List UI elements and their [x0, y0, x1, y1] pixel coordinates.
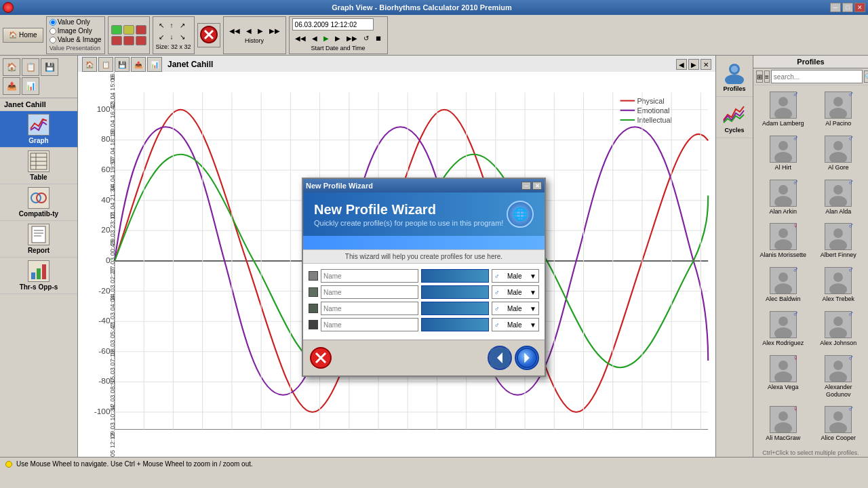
- svg-point-109: [833, 141, 843, 150]
- profiles-view-list[interactable]: ≡: [764, 70, 770, 83]
- value-only-radio[interactable]: Value Only: [50, 18, 102, 26]
- profiles-view-grid[interactable]: ⊞: [756, 70, 763, 83]
- dt-end[interactable]: ⏹: [372, 33, 384, 43]
- tool-3[interactable]: 💾: [41, 58, 58, 76]
- dt-back1[interactable]: ◀: [309, 33, 320, 43]
- tool-2[interactable]: 📋: [22, 58, 39, 76]
- name-input-3[interactable]: [321, 318, 418, 331]
- profile-card-5[interactable]: ♂ Alan Alda: [812, 176, 866, 219]
- tool-4[interactable]: 📤: [3, 77, 20, 95]
- dt-fwd2[interactable]: ▶▶: [344, 33, 360, 43]
- clear-button[interactable]: [197, 23, 220, 47]
- arrow-down-right[interactable]: ↘: [177, 32, 188, 42]
- date-input-0[interactable]: [421, 269, 489, 283]
- sidebar-item-thrs[interactable]: Thr-s Opp-s: [0, 258, 77, 294]
- red-btn-2[interactable]: [123, 36, 134, 45]
- dialog-cancel-button[interactable]: [309, 346, 333, 370]
- dt-back2[interactable]: ◀◀: [292, 33, 309, 43]
- profile-card-4[interactable]: ♂ Alan Arkin: [756, 176, 810, 219]
- tool-5[interactable]: 📊: [22, 77, 39, 95]
- arrow-down[interactable]: ↓: [167, 32, 176, 42]
- name-input-2[interactable]: [321, 302, 418, 315]
- left-sidebar: 🏠 📋 💾 📤 📊 Janet Cahill Graph: [0, 56, 78, 457]
- profile-name-15: Alice Cooper: [821, 434, 856, 442]
- minimize-button[interactable]: ─: [830, 3, 841, 12]
- profiles-search-btn[interactable]: 🔍: [864, 70, 868, 83]
- color-buttons-group: [108, 16, 150, 54]
- value-image-radio[interactable]: Value & Image: [50, 36, 102, 43]
- gender-select-3[interactable]: ♂ Male ▼: [492, 318, 539, 331]
- dt-fwd1[interactable]: ▶: [332, 33, 343, 43]
- profile-card-11[interactable]: ♂ Alex Johnson: [812, 308, 866, 350]
- history-back[interactable]: ◀◀: [226, 26, 243, 36]
- profile-name-4: Alan Arkin: [769, 208, 797, 216]
- profile-card-12[interactable]: ♀ Alexa Vega: [756, 352, 810, 402]
- green-btn-1[interactable]: [111, 25, 122, 35]
- yellow-btn[interactable]: [123, 25, 134, 35]
- profile-avatar-13: ♂: [825, 355, 852, 382]
- name-input-0[interactable]: [321, 269, 418, 283]
- history-next[interactable]: ▶: [255, 26, 266, 36]
- profile-card-10[interactable]: ♂ Alex Rodriguez: [756, 308, 810, 350]
- right-nav-profiles[interactable]: Profiles: [716, 56, 753, 97]
- profile-card-1[interactable]: ♂ Al Pacino: [812, 88, 866, 131]
- dialog-body: New Profile Wizard Quickly create profil…: [303, 192, 545, 375]
- profile-card-6[interactable]: ♀ Alanis Morissette: [756, 220, 810, 262]
- right-nav-cycles[interactable]: Cycles: [716, 97, 753, 138]
- arrow-down-left[interactable]: ↙: [156, 32, 167, 42]
- image-only-radio[interactable]: Image Only: [50, 27, 102, 35]
- dialog-prev-button[interactable]: [488, 346, 512, 370]
- profile-avatar-1: ♂: [825, 92, 852, 119]
- history-forward[interactable]: ▶▶: [267, 26, 283, 36]
- home-button[interactable]: 🏠 Home: [3, 28, 43, 43]
- date-input-3[interactable]: [421, 318, 489, 331]
- dialog-next-button[interactable]: [515, 346, 539, 370]
- profile-card-3[interactable]: ♂ Al Gore: [812, 132, 866, 175]
- profile-name-7: Albert Finney: [821, 251, 856, 259]
- profile-card-13[interactable]: ♂ Alexander Godunov: [812, 352, 866, 402]
- tool-1[interactable]: 🏠: [3, 58, 20, 76]
- gender-select-2[interactable]: ♂ Male ▼: [492, 302, 539, 315]
- red-btn-1[interactable]: [111, 36, 122, 45]
- history-prev[interactable]: ◀: [243, 26, 254, 36]
- sidebar-item-compat[interactable]: Compatib-ty: [0, 184, 77, 221]
- value-presentation-group: Value Only Image Only Value & Image Valu…: [46, 16, 105, 54]
- arrow-up-left[interactable]: ↖: [156, 20, 167, 30]
- gender-icon-6: ♀: [793, 221, 799, 230]
- dialog-nav-buttons: [488, 346, 539, 370]
- dialog-close-btn[interactable]: ✕: [532, 182, 542, 190]
- dialog-minimize-btn[interactable]: ─: [521, 182, 531, 190]
- dt-loop[interactable]: ↺: [361, 33, 372, 43]
- date-input-1[interactable]: [421, 285, 489, 299]
- gender-icon-13: ♂: [848, 353, 854, 363]
- profile-card-7[interactable]: ♂ Albert Finney: [812, 220, 866, 262]
- form-row-0: ♂ Male ▼: [309, 269, 539, 283]
- profile-card-9[interactable]: ♂ Alex Trebek: [812, 264, 866, 306]
- svg-rect-16: [42, 264, 46, 279]
- red-btn-3[interactable]: [136, 36, 146, 45]
- arrow-up-right[interactable]: ↗: [177, 20, 188, 30]
- red-btn-top[interactable]: [136, 25, 146, 35]
- sidebar-item-table[interactable]: Table: [0, 148, 77, 184]
- profile-card-0[interactable]: ♂ Adam Lamberg: [756, 88, 810, 131]
- profile-card-2[interactable]: ♂ Al Hirt: [756, 132, 810, 175]
- close-button[interactable]: ✕: [854, 3, 865, 12]
- profile-card-14[interactable]: ♀ Ali MacGraw: [756, 403, 810, 445]
- thrs-nav-label: Thr-s Opp-s: [20, 283, 58, 291]
- main-toolbar: 🏠 Home Value Only Image Only Value & Ima…: [0, 15, 868, 56]
- maximize-button[interactable]: □: [842, 3, 853, 12]
- profile-avatar-3: ♂: [825, 136, 852, 163]
- gender-select-0[interactable]: ♂ Male ▼: [492, 269, 539, 283]
- sidebar-item-report[interactable]: Report: [0, 221, 77, 258]
- gender-select-1[interactable]: ♂ Male ▼: [492, 285, 539, 299]
- profile-card-15[interactable]: ♂ Alice Cooper: [812, 403, 866, 445]
- profiles-search-input[interactable]: [771, 70, 863, 83]
- arrow-up[interactable]: ↑: [167, 20, 176, 30]
- dialog-title-controls: ─ ✕: [521, 182, 542, 190]
- date-input-2[interactable]: [421, 302, 489, 315]
- sidebar-item-graph[interactable]: Graph: [0, 111, 77, 148]
- dt-play[interactable]: ▶: [321, 33, 332, 43]
- datetime-input[interactable]: [292, 18, 374, 30]
- name-input-1[interactable]: [321, 285, 418, 299]
- profile-card-8[interactable]: ♂ Alec Baldwin: [756, 264, 810, 306]
